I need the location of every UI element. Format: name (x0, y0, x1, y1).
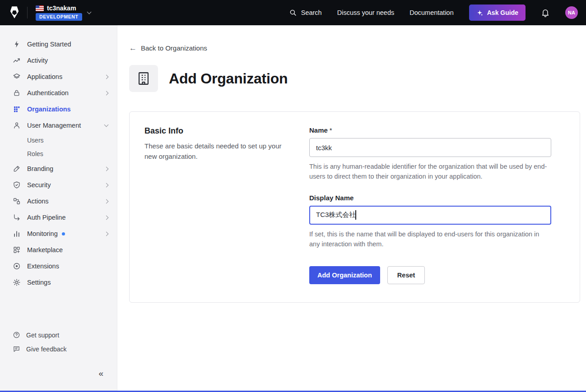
chevron-right-icon (104, 183, 109, 187)
gear-icon (13, 278, 21, 286)
chevron-right-icon (104, 91, 109, 95)
grid-plus-icon (13, 246, 21, 254)
chevron-right-icon (104, 74, 109, 79)
back-to-organizations-link[interactable]: ← Back to Organizations (129, 44, 207, 52)
text-caret (355, 210, 356, 220)
bar-chart-icon (13, 230, 21, 238)
pipeline-icon (13, 213, 21, 221)
sparkle-icon (476, 9, 483, 16)
basic-info-card: Basic Info These are basic details neede… (129, 111, 580, 303)
sidebar-item-marketplace[interactable]: Marketplace (0, 242, 117, 258)
sidebar-footer: Get support Give feedback « (0, 328, 117, 391)
environment-badge: DEVELOPMENT (36, 13, 82, 21)
chevron-down-icon (104, 123, 109, 127)
give-feedback-link[interactable]: Give feedback (0, 342, 117, 356)
sidebar-item-security[interactable]: Security (0, 177, 117, 193)
sidebar-subitem-roles[interactable]: Roles (0, 147, 117, 161)
display-name-input[interactable] (309, 206, 551, 225)
topbar-divider (27, 7, 28, 18)
back-arrow-icon: ← (129, 44, 137, 52)
user-avatar[interactable]: NA (565, 6, 578, 19)
sidebar-subitem-users[interactable]: Users (0, 134, 117, 147)
main-content: ← Back to Organizations Add Organization… (117, 25, 586, 391)
get-support-link[interactable]: Get support (0, 328, 117, 342)
us-flag-icon (36, 5, 44, 11)
sidebar: Getting Started Activity Applications Au… (0, 25, 117, 391)
name-input[interactable] (309, 138, 551, 157)
name-field-group: Name * This is any human-readable identi… (309, 126, 551, 182)
notifications-bell-icon[interactable] (541, 8, 550, 17)
section-title: Basic Info (144, 126, 291, 136)
feedback-bubble-icon (13, 345, 20, 353)
name-label: Name (309, 126, 328, 134)
add-organization-button[interactable]: Add Organization (309, 266, 380, 284)
flow-icon (13, 197, 21, 205)
sidebar-item-monitoring[interactable]: Monitoring (0, 226, 117, 242)
reset-button[interactable]: Reset (387, 266, 425, 284)
name-help-text: This is any human-readable identifier fo… (309, 161, 551, 182)
sidebar-item-extensions[interactable]: Extensions (0, 258, 117, 274)
chevron-down-icon (87, 10, 91, 14)
page-title: Add Organization (169, 70, 288, 87)
discuss-your-needs-link[interactable]: Discuss your needs (337, 9, 395, 16)
sidebar-item-branding[interactable]: Branding (0, 161, 117, 177)
sidebar-item-settings[interactable]: Settings (0, 274, 117, 291)
organization-building-icon (129, 65, 158, 92)
search-button[interactable]: Search (289, 9, 322, 17)
puzzle-icon (13, 262, 21, 270)
sidebar-item-getting-started[interactable]: Getting Started (0, 36, 117, 52)
sidebar-item-organizations[interactable]: Organizations (0, 101, 117, 117)
sidebar-item-user-management[interactable]: User Management (0, 117, 117, 134)
ask-guide-button[interactable]: Ask Guide (469, 5, 526, 21)
search-label: Search (301, 9, 322, 16)
chevron-right-icon (104, 215, 109, 220)
tenant-switcher[interactable]: tc3nakam DEVELOPMENT (36, 5, 91, 21)
tenant-name: tc3nakam (47, 5, 76, 12)
organization-grid-icon (13, 105, 21, 113)
sidebar-item-applications[interactable]: Applications (0, 69, 117, 85)
auth0-logo-icon[interactable] (7, 5, 22, 20)
sidebar-item-auth-pipeline[interactable]: Auth Pipeline (0, 209, 117, 226)
search-icon (289, 9, 297, 17)
layers-icon (13, 73, 21, 81)
collapse-sidebar-button[interactable]: « (96, 369, 106, 378)
activity-chart-icon (13, 56, 21, 65)
sidebar-item-actions[interactable]: Actions (0, 193, 117, 209)
topbar: tc3nakam DEVELOPMENT Search Discuss your… (0, 0, 586, 25)
display-name-field-group: Display Name If set, this is the name th… (309, 194, 551, 249)
display-name-label: Display Name (309, 194, 353, 202)
paintbrush-icon (13, 165, 21, 173)
notification-dot (62, 232, 65, 235)
display-name-help-text: If set, this is the name that will be di… (309, 229, 551, 249)
section-description: These are basic details needed to set up… (144, 141, 291, 161)
shield-icon (13, 181, 21, 189)
lightning-icon (13, 40, 21, 48)
user-icon (13, 121, 21, 129)
chevron-right-icon (104, 231, 109, 236)
question-circle-icon (13, 331, 20, 339)
documentation-link[interactable]: Documentation (409, 9, 454, 16)
chevron-right-icon (104, 166, 109, 171)
sidebar-item-authentication[interactable]: Authentication (0, 85, 117, 101)
required-marker: * (330, 126, 332, 134)
lock-icon (13, 89, 21, 97)
chevron-right-icon (104, 199, 109, 203)
sidebar-item-activity[interactable]: Activity (0, 52, 117, 69)
